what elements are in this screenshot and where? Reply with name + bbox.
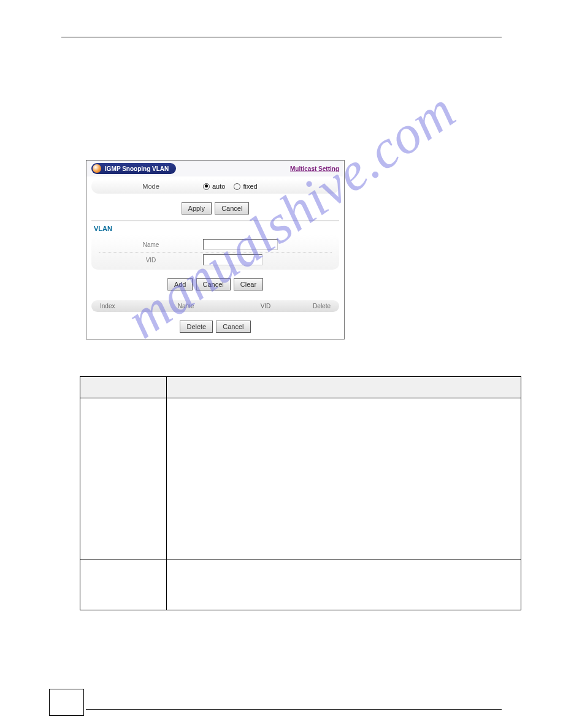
radio-auto-label: auto <box>212 183 225 190</box>
th-name: Name <box>143 303 229 309</box>
footer <box>0 709 563 710</box>
vid-input[interactable] <box>203 254 262 265</box>
vid-field-label: VID <box>99 257 203 264</box>
th-delete: Delete <box>302 303 331 309</box>
vlan-section-title: VLAN <box>86 221 344 232</box>
top-horizontal-rule <box>61 37 502 37</box>
description-table <box>80 376 521 610</box>
th-index: Index <box>100 303 143 309</box>
cell-r1c1 <box>80 398 167 559</box>
cell-r2c1 <box>80 559 167 610</box>
mode-row: Mode auto fixed <box>91 179 339 194</box>
config-panel-figure: IGMP Snooping VLAN Multicast Setting Mod… <box>86 160 538 339</box>
mode-radio-group: auto fixed <box>203 183 258 190</box>
th-col1 <box>80 377 167 398</box>
cell-r1c2 <box>167 398 521 559</box>
list-header-row: Index Name VID Delete <box>91 300 339 312</box>
cancel-button-3[interactable]: Cancel <box>216 320 250 333</box>
panel-title-text: IGMP Snooping VLAN <box>105 165 169 172</box>
cancel-button-2[interactable]: Cancel <box>196 278 231 290</box>
page-number-box <box>49 689 84 716</box>
radio-auto[interactable] <box>203 183 210 190</box>
panel-title-pill: IGMP Snooping VLAN <box>91 163 176 174</box>
orb-icon <box>93 164 101 173</box>
clear-button[interactable]: Clear <box>234 278 263 290</box>
cell-r2c2 <box>167 559 521 610</box>
delete-button[interactable]: Delete <box>180 320 213 333</box>
mode-label: Mode <box>99 183 203 190</box>
add-button[interactable]: Add <box>167 278 193 290</box>
th-vid: VID <box>229 303 302 309</box>
apply-button[interactable]: Apply <box>182 202 212 214</box>
radio-fixed[interactable] <box>234 183 240 190</box>
name-field-label: Name <box>99 241 203 248</box>
radio-fixed-label: fixed <box>243 183 257 190</box>
name-input[interactable] <box>203 239 278 250</box>
cancel-button[interactable]: Cancel <box>215 202 249 214</box>
multicast-setting-link[interactable]: Multicast Setting <box>290 165 339 172</box>
panel-header: IGMP Snooping VLAN Multicast Setting <box>86 161 344 176</box>
th-col2 <box>167 377 521 398</box>
